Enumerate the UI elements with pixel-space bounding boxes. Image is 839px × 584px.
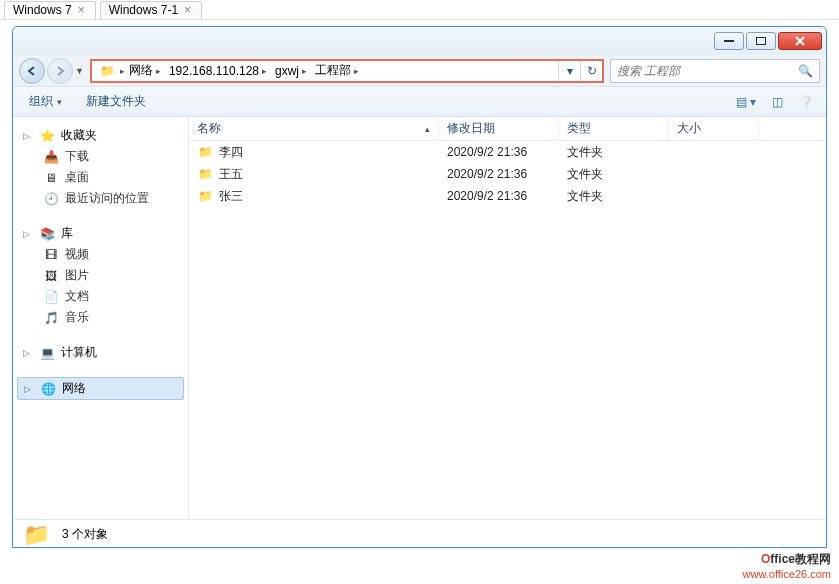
- folder-icon: 📁: [197, 166, 213, 182]
- vm-tab-label: Windows 7: [13, 3, 72, 17]
- folder-icon: 📁: [197, 144, 213, 160]
- file-date: 2020/9/2 21:36: [447, 189, 567, 203]
- back-button[interactable]: [19, 58, 45, 84]
- file-type: 文件夹: [567, 144, 677, 161]
- column-label: 类型: [567, 120, 591, 137]
- preview-pane-button[interactable]: ◫: [768, 95, 787, 109]
- star-icon: ⭐: [39, 128, 55, 144]
- sidebar-item-music[interactable]: 🎵音乐: [17, 307, 184, 328]
- close-icon[interactable]: ×: [182, 3, 193, 17]
- explorer-body: ▷⭐收藏夹 📥下载 🖥桌面 🕘最近访问的位置 ▷📚库 🎞视频 🖼图片 📄文档 🎵…: [13, 117, 826, 519]
- breadcrumb-label: 工程部: [315, 62, 351, 79]
- watermark: Office教程网 www.office26.com: [743, 551, 831, 580]
- music-icon: 🎵: [43, 310, 59, 326]
- picture-icon: 🖼: [43, 268, 59, 284]
- status-text: 3 个对象: [62, 526, 108, 543]
- folder-icon: 📁: [100, 63, 116, 79]
- library-icon: 📚: [39, 226, 55, 242]
- column-size[interactable]: 大小: [669, 117, 759, 140]
- download-icon: 📥: [43, 149, 59, 165]
- sidebar-network[interactable]: ▷🌐网络: [17, 377, 184, 400]
- column-label: 大小: [677, 120, 701, 137]
- address-dropdown-icon[interactable]: ▾: [558, 61, 580, 81]
- breadcrumb-label: 192.168.110.128: [169, 64, 259, 78]
- watermark-url: www.office26.com: [743, 568, 831, 580]
- view-button[interactable]: ▤ ▾: [732, 95, 760, 109]
- watermark-o: O: [761, 552, 770, 566]
- desktop-icon: 🖥: [43, 170, 59, 186]
- close-icon[interactable]: ×: [76, 3, 87, 17]
- column-label: 名称: [197, 120, 221, 137]
- recent-icon: 🕘: [43, 191, 59, 207]
- vm-tab-win7[interactable]: Windows 7 ×: [4, 1, 96, 19]
- history-dropdown-icon[interactable]: ▼: [75, 66, 84, 76]
- sidebar-item-desktop[interactable]: 🖥桌面: [17, 167, 184, 188]
- search-box[interactable]: 🔍: [610, 59, 820, 83]
- address-bar[interactable]: 📁 ▸ 网络▸ 192.168.110.128▸ gxwj▸ 工程部▸ ▾ ↻: [90, 59, 604, 83]
- sidebar-item-label: 视频: [65, 246, 89, 263]
- chevron-right-icon[interactable]: ▸: [302, 66, 307, 76]
- sidebar-item-label: 图片: [65, 267, 89, 284]
- title-bar[interactable]: [13, 27, 826, 55]
- sidebar-computer[interactable]: ▷💻计算机: [17, 342, 184, 363]
- sidebar-favorites[interactable]: ▷⭐收藏夹: [17, 125, 184, 146]
- sidebar-item-recent[interactable]: 🕘最近访问的位置: [17, 188, 184, 209]
- list-item[interactable]: 📁张三 2020/9/2 21:36 文件夹: [189, 185, 826, 207]
- new-folder-button[interactable]: 新建文件夹: [78, 91, 154, 112]
- file-name: 张三: [219, 188, 243, 205]
- breadcrumb[interactable]: 网络▸: [125, 62, 165, 79]
- explorer-window: ▼ 📁 ▸ 网络▸ 192.168.110.128▸ gxwj▸ 工程部▸ ▾ …: [12, 26, 827, 548]
- organize-label: 组织: [29, 93, 53, 110]
- sidebar-label: 网络: [62, 380, 86, 397]
- organize-button[interactable]: 组织▾: [21, 91, 70, 112]
- sidebar-item-downloads[interactable]: 📥下载: [17, 146, 184, 167]
- file-date: 2020/9/2 21:36: [447, 167, 567, 181]
- column-type[interactable]: 类型: [559, 117, 669, 140]
- breadcrumb-label: gxwj: [275, 64, 299, 78]
- file-name: 李四: [219, 144, 243, 161]
- computer-icon: 💻: [39, 345, 55, 361]
- file-name: 王五: [219, 166, 243, 183]
- vm-tab-bar: Windows 7 × Windows 7-1 ×: [0, 0, 839, 20]
- column-headers: 名称▴ 修改日期 类型 大小: [189, 117, 826, 141]
- refresh-button[interactable]: ↻: [580, 61, 602, 81]
- folder-icon: 📁: [197, 188, 213, 204]
- chevron-right-icon[interactable]: ▸: [354, 66, 359, 76]
- minimize-button[interactable]: [714, 32, 744, 50]
- search-input[interactable]: [617, 64, 798, 78]
- sidebar-item-label: 音乐: [65, 309, 89, 326]
- toolbar: 组织▾ 新建文件夹 ▤ ▾ ◫ ❔: [13, 87, 826, 117]
- breadcrumb[interactable]: 工程部▸: [311, 62, 363, 79]
- file-type: 文件夹: [567, 166, 677, 183]
- sidebar-item-pictures[interactable]: 🖼图片: [17, 265, 184, 286]
- search-icon[interactable]: 🔍: [798, 64, 813, 78]
- file-list: 名称▴ 修改日期 类型 大小 📁李四 2020/9/2 21:36 文件夹 📁王…: [189, 117, 826, 519]
- watermark-text: ffice教程网: [770, 552, 831, 566]
- new-folder-label: 新建文件夹: [86, 93, 146, 110]
- forward-button[interactable]: [47, 58, 73, 84]
- nav-row: ▼ 📁 ▸ 网络▸ 192.168.110.128▸ gxwj▸ 工程部▸ ▾ …: [13, 55, 826, 87]
- sidebar-item-videos[interactable]: 🎞视频: [17, 244, 184, 265]
- help-button[interactable]: ❔: [795, 95, 818, 109]
- breadcrumb[interactable]: gxwj▸: [271, 64, 311, 78]
- close-button[interactable]: [778, 32, 822, 50]
- sidebar-label: 库: [61, 225, 73, 242]
- sidebar-label: 收藏夹: [61, 127, 97, 144]
- chevron-right-icon[interactable]: ▸: [156, 66, 161, 76]
- list-item[interactable]: 📁李四 2020/9/2 21:36 文件夹: [189, 141, 826, 163]
- sidebar-libraries[interactable]: ▷📚库: [17, 223, 184, 244]
- sidebar-label: 计算机: [61, 344, 97, 361]
- column-label: 修改日期: [447, 120, 495, 137]
- sidebar-item-documents[interactable]: 📄文档: [17, 286, 184, 307]
- column-name[interactable]: 名称▴: [189, 117, 439, 140]
- video-icon: 🎞: [43, 247, 59, 263]
- breadcrumb[interactable]: 192.168.110.128▸: [165, 64, 271, 78]
- maximize-button[interactable]: [746, 32, 776, 50]
- column-date[interactable]: 修改日期: [439, 117, 559, 140]
- list-item[interactable]: 📁王五 2020/9/2 21:36 文件夹: [189, 163, 826, 185]
- vm-tab-win7-1[interactable]: Windows 7-1 ×: [100, 1, 202, 19]
- sidebar-item-label: 最近访问的位置: [65, 190, 149, 207]
- breadcrumb-label: 网络: [129, 62, 153, 79]
- chevron-right-icon[interactable]: ▸: [262, 66, 267, 76]
- sort-asc-icon: ▴: [425, 124, 430, 134]
